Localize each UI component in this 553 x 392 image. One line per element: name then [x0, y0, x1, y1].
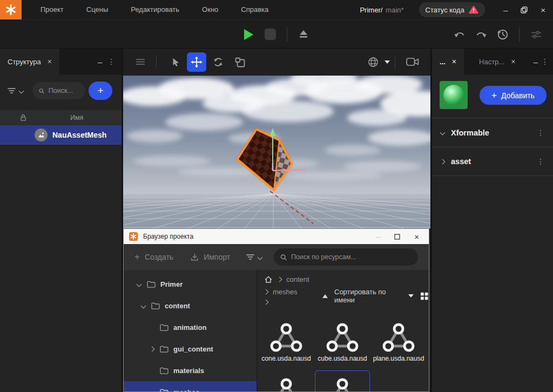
tree-item-materials[interactable]: materials	[124, 360, 257, 381]
scene-object-name: NauAssetMesh	[52, 131, 106, 139]
sort-by-label[interactable]: Сортировать по имени	[334, 288, 402, 304]
tab-structure[interactable]: Структура ×	[0, 49, 59, 75]
chevron-right-icon	[264, 300, 269, 305]
add-object-button[interactable]: +	[89, 82, 112, 100]
menubar-right: Primer/ main* Статус кода – ×	[360, 2, 553, 17]
import-button[interactable]: Импорт	[191, 253, 230, 261]
plus-icon: +	[491, 90, 497, 101]
section-xformable[interactable]: Xformable ⋮	[432, 118, 553, 147]
mesh-asset-icon	[269, 377, 303, 392]
play-icon[interactable]	[244, 29, 253, 40]
select-tool-button[interactable]	[166, 52, 186, 72]
close-icon[interactable]: ×	[452, 58, 456, 65]
section-kebab-icon[interactable]: ⋮	[537, 158, 544, 165]
tree-item-meshes[interactable]: meshes	[124, 381, 257, 392]
history-icon[interactable]	[496, 28, 509, 41]
rotate-tool-button[interactable]	[208, 52, 228, 72]
panel-kebab-icon[interactable]: ⋮	[107, 58, 115, 65]
create-button[interactable]: + Создать	[134, 252, 173, 262]
browser-titlebar[interactable]: Браузер проекта – ×	[124, 229, 429, 244]
chevron-down-icon[interactable]	[136, 281, 141, 287]
search-icon	[280, 254, 287, 261]
asset-card-partial-selected[interactable]	[315, 370, 370, 392]
add-component-button[interactable]: + Добавить	[480, 86, 547, 105]
nau-editor-window: Проект Сцены Редактировать Окно Справка …	[0, 0, 553, 392]
section-asset[interactable]: asset ⋮	[432, 147, 553, 176]
panel-kebab-icon[interactable]: ⋮	[541, 58, 549, 65]
structure-search[interactable]	[32, 82, 85, 99]
grid-view-icon[interactable]	[420, 292, 429, 301]
resource-search-input[interactable]	[291, 253, 412, 261]
camera-settings-button[interactable]	[406, 57, 419, 66]
rotate-icon	[213, 57, 224, 67]
maximize-icon[interactable]	[394, 234, 400, 240]
tree-item-gui-content[interactable]: gui_content	[124, 338, 257, 360]
scene-object-row[interactable]: NauAssetMesh	[0, 125, 122, 145]
asset-card-cube[interactable]: cube.usda.nausd	[315, 315, 370, 369]
undo-icon[interactable]	[454, 30, 466, 39]
asset-name: cone.usda.nausd	[261, 355, 311, 362]
tree-item-animation[interactable]: animation	[124, 316, 257, 338]
viewport-menu-icon[interactable]	[136, 58, 145, 65]
toolbar-divider	[519, 27, 520, 42]
chevron-right-icon[interactable]	[149, 346, 154, 352]
scale-tool-button[interactable]	[230, 52, 249, 72]
section-kebab-icon[interactable]: ⋮	[537, 129, 544, 137]
redo-icon[interactable]	[475, 30, 487, 39]
move-icon	[191, 56, 203, 68]
browser-filter-button[interactable]	[246, 254, 262, 260]
menu-item-help[interactable]: Справка	[230, 0, 280, 19]
filter-button[interactable]	[8, 87, 23, 94]
caret-down-icon[interactable]	[408, 294, 414, 298]
panel-minimize-icon[interactable]: –	[534, 58, 538, 66]
close-icon[interactable]: ×	[48, 58, 52, 65]
tree-item-label: Primer	[160, 280, 183, 288]
code-status-button[interactable]: Статус кода	[419, 2, 485, 17]
mesh-asset-icon	[382, 322, 415, 353]
structure-search-input[interactable]	[49, 87, 79, 94]
close-icon[interactable]: ×	[511, 58, 515, 65]
chevron-down-icon[interactable]	[140, 303, 146, 308]
eject-icon[interactable]	[298, 29, 309, 39]
sort-ascending-icon[interactable]	[322, 294, 328, 298]
coordinate-space-dropdown[interactable]	[367, 56, 390, 68]
plus-icon: +	[134, 252, 140, 262]
mesh-asset-icon	[326, 377, 359, 392]
plus-icon: +	[97, 85, 103, 97]
asset-card-partial[interactable]	[259, 370, 314, 392]
settings-sliders-icon[interactable]	[530, 30, 542, 39]
viewport-3d-scene[interactable]	[123, 76, 430, 228]
home-icon[interactable]	[264, 275, 273, 283]
tree-item-content[interactable]: content	[124, 295, 257, 316]
resource-search[interactable]	[274, 248, 418, 266]
import-icon	[191, 253, 199, 261]
close-icon[interactable]: ×	[414, 232, 419, 241]
minimize-icon[interactable]: –	[503, 6, 508, 14]
menu-item-edit[interactable]: Редактировать	[119, 0, 191, 19]
tab-settings-label: Настр...	[479, 58, 504, 66]
breadcrumb: content	[264, 275, 309, 283]
minimize-icon[interactable]: –	[376, 232, 380, 241]
close-icon[interactable]: ×	[541, 6, 545, 14]
tab-settings[interactable]: Настр... ×	[471, 49, 523, 75]
asset-card-plane[interactable]: plane.usda.nausd	[371, 315, 426, 369]
menu-item-scenes[interactable]: Сцены	[75, 0, 119, 19]
chevron-down-icon[interactable]	[440, 130, 446, 136]
breadcrumb-folder[interactable]: meshes	[273, 288, 298, 296]
menu-item-project[interactable]: Проект	[29, 0, 75, 19]
stop-icon[interactable]	[265, 29, 276, 40]
menu-item-window[interactable]: Окно	[191, 0, 230, 19]
asset-card-cone[interactable]: cone.usda.nausd	[259, 315, 314, 369]
asset-preview-thumbnail[interactable]	[440, 81, 468, 109]
asset-name: plane.usda.nausd	[373, 355, 424, 362]
breadcrumb-folder[interactable]: content	[286, 275, 309, 283]
move-tool-button[interactable]	[187, 52, 206, 72]
tree-item-label: meshes	[173, 388, 199, 392]
restore-icon[interactable]	[521, 6, 528, 13]
chevron-right-icon[interactable]	[440, 159, 446, 164]
lock-icon[interactable]	[19, 114, 27, 121]
filter-icon	[8, 87, 16, 94]
tree-item-primer[interactable]: Primer	[124, 273, 257, 295]
panel-minimize-icon[interactable]: –	[98, 58, 102, 66]
tab-inspector-overflow[interactable]: ... ×	[432, 49, 464, 75]
